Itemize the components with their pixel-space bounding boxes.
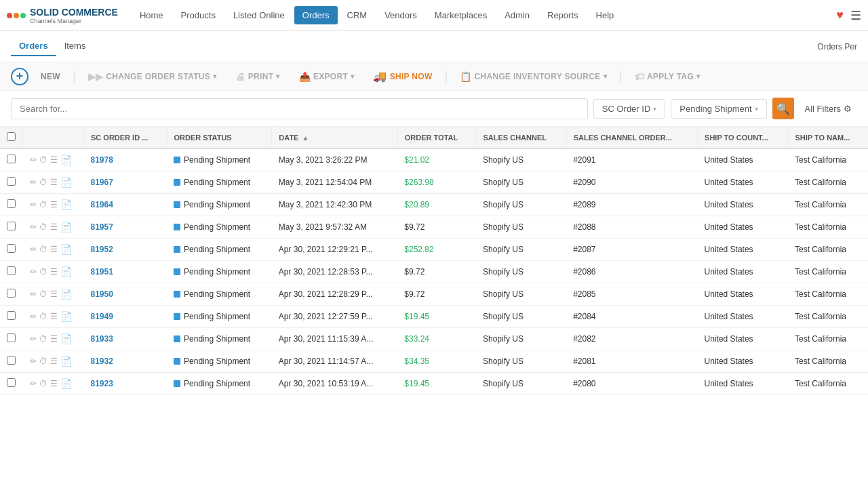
select-all-checkbox[interactable] [7,132,16,141]
row-checkbox[interactable] [7,289,16,298]
row-checkbox[interactable] [7,222,16,230]
clock-icon[interactable]: ⏱ [39,312,47,321]
apply-tag-button[interactable]: 🏷 APPLY TAG ▾ [628,68,707,85]
document-icon[interactable]: 📄 [60,244,72,255]
order-id-link[interactable]: 81950 [91,289,113,299]
edit-icon[interactable]: ✏ [30,357,37,366]
row-checkbox[interactable] [7,378,16,387]
nav-orders[interactable]: Orders [294,6,338,24]
order-id-link[interactable]: 81932 [91,357,113,366]
document-icon[interactable]: 📄 [60,378,72,389]
row-checkbox[interactable] [7,311,16,320]
filter-dropdown[interactable]: Pending Shipment ▾ [671,99,766,119]
edit-icon[interactable]: ✏ [30,222,37,232]
order-id-link[interactable]: 81964 [91,200,113,209]
nav-admin[interactable]: Admin [496,6,538,24]
print-button[interactable]: 🖨 PRINT ▾ [229,68,286,85]
clock-icon[interactable]: ⏱ [39,357,47,366]
clock-icon[interactable]: ⏱ [39,178,47,187]
search-input[interactable] [11,98,588,119]
row-checkbox[interactable] [7,155,16,163]
row-checkbox-cell [0,306,23,328]
clock-icon[interactable]: ⏱ [39,155,47,165]
document-icon[interactable]: 📄 [60,177,72,188]
document-icon[interactable]: 📄 [60,289,72,300]
tab-orders[interactable]: Orders [11,37,56,56]
change-order-status-button[interactable]: ▶▶ CHANGE ORDER STATUS ▾ [81,68,224,85]
row-checkbox[interactable] [7,244,16,253]
change-inventory-source-label: CHANGE INVENTORY SOURCE [475,72,601,81]
edit-icon[interactable]: ✏ [30,245,37,254]
document-icon[interactable]: 📄 [60,199,72,210]
list-icon[interactable]: ☰ [50,267,58,277]
list-icon[interactable]: ☰ [50,312,58,321]
new-label-button[interactable]: NEW [34,68,67,85]
all-filters-button[interactable]: All Filters ⚙ [800,101,857,117]
list-icon[interactable]: ☰ [50,334,58,344]
list-icon[interactable]: ☰ [50,200,58,209]
order-id-link[interactable]: 81933 [91,334,113,344]
row-checkbox[interactable] [7,177,16,186]
edit-icon[interactable]: ✏ [30,379,37,388]
order-id-link[interactable]: 81949 [91,312,113,321]
document-icon[interactable]: 📄 [60,311,72,322]
search-go-button[interactable]: 🔍 [772,98,794,119]
nav-listed-online[interactable]: Listed Online [225,6,293,24]
list-icon[interactable]: ☰ [50,357,58,366]
clock-icon[interactable]: ⏱ [39,379,47,388]
clock-icon[interactable]: ⏱ [39,289,47,299]
nav-home[interactable]: Home [132,6,172,24]
edit-icon[interactable]: ✏ [30,267,37,277]
clock-icon[interactable]: ⏱ [39,200,47,209]
row-sc-order: #2090 [566,171,697,194]
favorites-icon[interactable]: ♥ [836,8,844,22]
edit-icon[interactable]: ✏ [30,155,37,165]
order-id-link[interactable]: 81967 [91,178,113,187]
clock-icon[interactable]: ⏱ [39,222,47,232]
row-checkbox[interactable] [7,199,16,208]
list-icon[interactable]: ☰ [50,245,58,254]
document-icon[interactable]: 📄 [60,222,72,232]
clock-icon[interactable]: ⏱ [39,267,47,277]
list-icon[interactable]: ☰ [50,178,58,187]
ship-now-button[interactable]: 🚚 SHIP NOW [366,66,439,86]
header-date[interactable]: DATE ▲ [272,127,397,148]
export-button[interactable]: 📤 EXPORT ▾ [292,68,361,85]
document-icon[interactable]: 📄 [60,333,72,344]
edit-icon[interactable]: ✏ [30,200,37,209]
row-checkbox[interactable] [7,356,16,365]
nav-help[interactable]: Help [588,6,623,24]
table-row: ✏ ⏱ ☰ 📄 81952 Pending Shipment Apr 30, 2… [0,239,868,261]
order-id-dropdown[interactable]: SC Order ID ▾ [593,99,666,119]
edit-icon[interactable]: ✏ [30,289,37,299]
user-icon[interactable]: ☰ [850,8,861,23]
print-chevron: ▾ [276,73,279,80]
clock-icon[interactable]: ⏱ [39,245,47,254]
tab-items[interactable]: Items [56,37,94,56]
row-checkbox[interactable] [7,266,16,275]
nav-products[interactable]: Products [173,6,224,24]
document-icon[interactable]: 📄 [60,266,72,277]
document-icon[interactable]: 📄 [60,356,72,367]
clock-icon[interactable]: ⏱ [39,334,47,344]
nav-vendors[interactable]: Vendors [376,6,425,24]
order-id-link[interactable]: 81923 [91,379,113,388]
list-icon[interactable]: ☰ [50,379,58,388]
edit-icon[interactable]: ✏ [30,312,37,321]
list-icon[interactable]: ☰ [50,222,58,232]
edit-icon[interactable]: ✏ [30,178,37,187]
new-button[interactable]: + [11,68,28,85]
nav-crm[interactable]: CRM [339,6,376,24]
nav-reports[interactable]: Reports [539,6,587,24]
change-inventory-source-button[interactable]: 📋 CHANGE INVENTORY SOURCE ▾ [453,68,614,85]
order-id-link[interactable]: 81951 [91,267,113,277]
row-checkbox[interactable] [7,333,16,342]
order-id-link[interactable]: 81978 [91,155,113,165]
nav-marketplaces[interactable]: Marketplaces [427,6,495,24]
order-id-link[interactable]: 81957 [91,222,113,232]
list-icon[interactable]: ☰ [50,155,58,165]
list-icon[interactable]: ☰ [50,289,58,299]
order-id-link[interactable]: 81952 [91,245,113,254]
document-icon[interactable]: 📄 [60,155,72,165]
edit-icon[interactable]: ✏ [30,334,37,344]
